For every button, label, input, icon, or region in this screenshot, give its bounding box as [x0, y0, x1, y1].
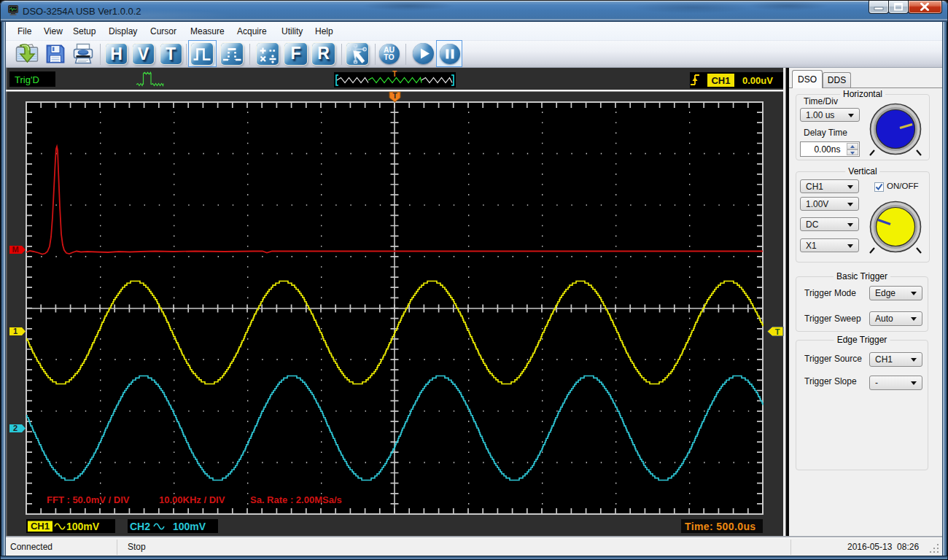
- svg-text:2: 2: [13, 424, 18, 432]
- svg-text:10.00KHz / DIV: 10.00KHz / DIV: [159, 494, 225, 505]
- svg-text:Trig'D: Trig'D: [15, 74, 39, 85]
- svg-text:Time: 500.0us: Time: 500.0us: [685, 521, 756, 532]
- svg-text:100mV: 100mV: [66, 521, 100, 532]
- svg-text:0.00uV: 0.00uV: [742, 75, 773, 86]
- svg-text:1: 1: [13, 327, 18, 335]
- svg-text:M: M: [12, 245, 18, 254]
- svg-text:T: T: [775, 327, 780, 336]
- svg-text:CH2: CH2: [130, 521, 150, 532]
- svg-text:T: T: [392, 92, 397, 100]
- svg-text:Sa. Rate : 2.00MSa/s: Sa. Rate : 2.00MSa/s: [250, 494, 342, 505]
- svg-text:100mV: 100mV: [173, 521, 206, 532]
- svg-text:FFT : 50.0mV / DIV: FFT : 50.0mV / DIV: [47, 494, 130, 505]
- svg-text:CH1: CH1: [711, 75, 730, 86]
- svg-text:T: T: [392, 70, 397, 78]
- svg-text:CH1: CH1: [31, 521, 50, 532]
